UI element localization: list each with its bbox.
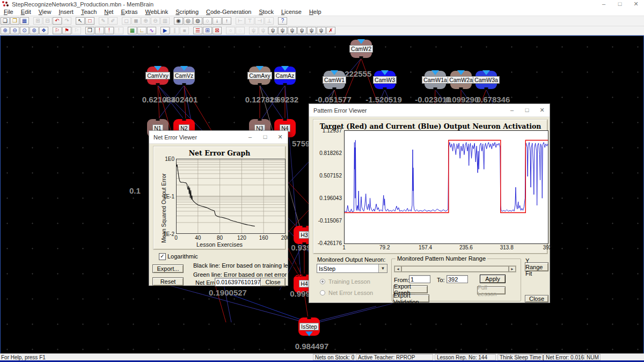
menu-weblink[interactable]: WebLink (142, 9, 172, 15)
view-options-icon[interactable]: ❖ (39, 27, 48, 34)
minimize-button[interactable]: – (243, 134, 258, 141)
menu-insert[interactable]: Insert (55, 9, 77, 15)
minimize-button[interactable]: – (596, 1, 612, 8)
toolbar-separator (71, 17, 75, 25)
menu-help[interactable]: Help (305, 9, 325, 15)
new-file-icon[interactable]: ❏ (1, 17, 10, 25)
pointer-tool-icon[interactable]: ↖ (76, 17, 85, 25)
zoom-all-icon[interactable]: ⊛ (30, 27, 39, 34)
lesson-editor-icon[interactable]: ⊞ (203, 27, 212, 34)
menu-file[interactable]: File (0, 9, 17, 15)
pattern-range-scrollbar[interactable]: ◄ ► (394, 265, 516, 272)
scroll-left-icon[interactable]: ◄ (394, 266, 401, 272)
maximize-button[interactable]: □ (519, 107, 535, 114)
full-lesson-button[interactable]: Full Lesson (477, 286, 506, 294)
insert-neuron-tool-icon[interactable]: □ (85, 17, 94, 25)
pattern-error-viewer-icon-icon[interactable]: ∟ (137, 27, 147, 34)
menu-teach[interactable]: Teach (77, 9, 100, 15)
net-tool-3-icon[interactable]: ψ (268, 27, 277, 34)
export-validation-button[interactable]: Export Validation... (393, 294, 429, 302)
neuron-camvz[interactable]: CamVz (173, 67, 195, 85)
monitored-neuron-combobox[interactable]: IsStep ▼ (317, 264, 387, 273)
neuron-isstep[interactable]: IsStep (298, 317, 320, 336)
close-button[interactable]: Close (525, 295, 548, 302)
close-icon[interactable]: ✕ (535, 107, 550, 114)
neuron-camw1a[interactable]: CamW1a (425, 71, 446, 89)
toolbar-separator (48, 27, 52, 34)
net-tool-6-icon[interactable]: ψ (297, 27, 306, 34)
teacher-manager-icon[interactable]: ☰ (193, 27, 202, 34)
pattern-chart-panel: Target (Red) and Current (Blue) Output N… (313, 120, 547, 254)
menu-extras[interactable]: Extras (117, 9, 141, 15)
neuron-camw2[interactable]: CamW2 (350, 40, 372, 58)
menu-code-generation[interactable]: Code-Generation (202, 9, 255, 15)
close-icon[interactable]: ✕ (273, 134, 288, 141)
undo-icon[interactable]: ↶ (53, 17, 62, 25)
chevron-down-icon[interactable]: ▼ (378, 264, 387, 272)
toolbar-separator (94, 17, 98, 25)
menu-view[interactable]: View (35, 9, 55, 15)
comment-delete-icon[interactable]: ⚑ (62, 27, 71, 34)
neuron-camaz[interactable]: CamAz (274, 67, 296, 85)
neuron-camaxy[interactable]: CamAxy (249, 67, 270, 85)
select-extra-1-icon[interactable]: ◉ (174, 17, 183, 25)
maximize-button[interactable]: □ (258, 134, 273, 141)
net-error-lesson-radio[interactable] (320, 290, 325, 295)
scrollbar-thumb[interactable] (401, 266, 509, 272)
net-error-value-field[interactable]: 0.0163976101970013 (215, 278, 267, 286)
zoom-selection-icon[interactable]: ⊙ (20, 27, 29, 34)
menu-scripting[interactable]: Scripting (172, 9, 202, 15)
close-button[interactable]: Close (260, 278, 286, 286)
neuron-camw1[interactable]: CamW1 (324, 71, 345, 89)
menu-stock[interactable]: Stock (255, 9, 277, 15)
minimize-button[interactable]: – (504, 107, 519, 114)
zoom-out-icon[interactable]: ⊖ (10, 27, 19, 34)
net-tool-7-icon[interactable]: ψ (307, 27, 316, 34)
context-help-icon[interactable]: ? (278, 17, 287, 25)
to-field[interactable]: 392 (447, 275, 468, 283)
maximize-button[interactable]: □ (612, 1, 628, 8)
neuron-camw3a[interactable]: CamW3a (475, 71, 497, 89)
net-tool-4-icon[interactable]: ψ (278, 27, 287, 34)
from-field[interactable]: 1 (409, 275, 430, 283)
reset-button[interactable]: Reset (152, 277, 184, 286)
zoom-in-icon[interactable]: ⊕ (1, 27, 10, 34)
logarithmic-checkbox[interactable]: ✓ (159, 253, 166, 260)
export-button[interactable]: Export... (152, 264, 184, 273)
neuron-camw3[interactable]: CamW3 (374, 71, 396, 89)
y-range-fit-button[interactable]: Y Range Fit (525, 262, 548, 271)
net-tool-8-icon[interactable]: ψ (317, 27, 326, 34)
stop-teacher-icon: ■ (180, 27, 189, 34)
scroll-right-icon[interactable]: ► (509, 266, 516, 272)
save-file-icon[interactable]: ▦ (20, 17, 29, 25)
open-file-icon[interactable]: ❐ (10, 17, 19, 25)
pattern-error-viewer-titlebar[interactable]: Pattern Error Viewer – □ ✕ (309, 104, 550, 117)
training-lesson-radio[interactable] (320, 279, 325, 284)
toolbar-separator (170, 17, 173, 25)
net-error-viewer-titlebar[interactable]: Net Error Viewer – □ ✕ (149, 131, 288, 144)
menu-edit[interactable]: Edit (17, 9, 35, 15)
neuron-camvxy[interactable]: CamVxy (147, 67, 169, 85)
move-up-icon[interactable]: ↑ (222, 17, 231, 25)
analysis-chart-icon[interactable]: ∿ (147, 27, 156, 34)
neuron-camw2a[interactable]: CamW2a (450, 71, 472, 89)
menu-net[interactable]: Net (100, 9, 117, 15)
select-extra-3-icon[interactable]: ◍ (193, 17, 202, 25)
net-analysis-icon[interactable]: ⊠ (213, 27, 222, 34)
start-teacher-icon[interactable]: ▶ (160, 27, 170, 34)
activation-value: 0.1900527 (209, 288, 247, 297)
think-auto-icon[interactable]: ! (105, 27, 114, 34)
close-button[interactable]: ✕ (628, 1, 644, 8)
comment-add-icon[interactable]: ⚐ (53, 27, 62, 34)
randomize-net-icon[interactable]: ✗ (326, 27, 335, 34)
net-tool-5-icon[interactable]: ψ (288, 27, 297, 34)
select-extra-2-icon[interactable]: ◎ (184, 17, 193, 25)
select-extra-4-icon[interactable]: ◌ (203, 17, 212, 25)
names-window-icon[interactable]: ❒ (85, 27, 94, 34)
link-port (360, 56, 363, 59)
move-down-icon[interactable]: ↓ (213, 17, 222, 25)
net-error-viewer-icon-icon[interactable]: ▦ (128, 27, 137, 34)
apply-button[interactable]: Apply (480, 275, 506, 283)
menu-license[interactable]: License (277, 9, 305, 15)
think-step-icon[interactable]: ! (95, 27, 104, 34)
